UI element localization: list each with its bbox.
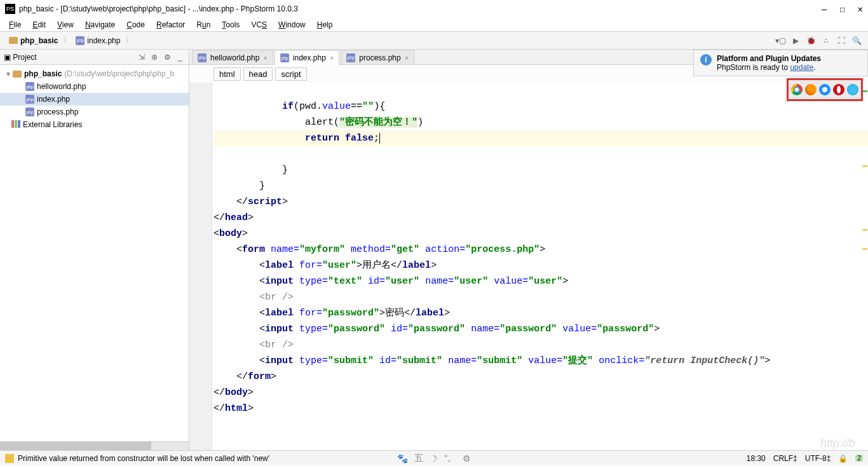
tab-label: process.php — [359, 53, 400, 62]
update-notification[interactable]: i Platform and Plugin Updates PhpStorm i… — [693, 50, 868, 76]
app-icon: PS — [5, 4, 15, 14]
debug-button[interactable]: 🐞 — [804, 34, 817, 47]
line-ending[interactable]: CRLF‡ — [773, 454, 797, 463]
php-file-icon: php — [25, 82, 34, 91]
autoscroll-icon[interactable]: ⊕ — [149, 52, 159, 62]
php-file-icon: php — [280, 53, 289, 62]
tab-index[interactable]: php index.php × — [275, 50, 339, 65]
safari-icon[interactable] — [819, 84, 831, 95]
tree-root[interactable]: ▼ php_basic (D:\study\web\project\php\ph… — [0, 67, 189, 80]
run-button[interactable]: ▶ — [789, 34, 802, 47]
encoding[interactable]: UTF-8‡ — [805, 454, 831, 463]
tree-file-index[interactable]: php index.php — [0, 93, 189, 106]
menu-navigate[interactable]: Navigate — [80, 19, 120, 31]
menu-view[interactable]: View — [52, 19, 79, 31]
tree-file-label: index.php — [37, 95, 70, 104]
folder-icon — [13, 71, 22, 78]
menu-code[interactable]: Code — [121, 19, 150, 31]
search-button[interactable]: 🔍 — [850, 34, 863, 47]
statusbar: Primitive value returned from constructo… — [0, 450, 868, 465]
bc-script[interactable]: script — [275, 67, 306, 81]
tree-file-process[interactable]: php process.php — [0, 106, 189, 118]
tree-external-libs[interactable]: External Libraries — [0, 118, 189, 131]
menu-help[interactable]: Help — [312, 19, 338, 31]
moon-icon[interactable]: ☽ — [430, 453, 438, 464]
menu-window[interactable]: Window — [273, 19, 311, 31]
sidebar-scrollbar[interactable] — [0, 441, 189, 450]
coverage-button[interactable]: ⛬ — [820, 34, 832, 47]
status-right: 18:30 CRLF‡ UTF-8‡ 🔒 2 — [747, 454, 863, 463]
tab-helloworld[interactable]: php helloworld.php × — [192, 50, 273, 64]
chevron-icon: 〉 — [63, 35, 71, 46]
menu-edit[interactable]: Edit — [27, 19, 51, 31]
crumb-file[interactable]: php index.php — [72, 35, 124, 46]
php-file-icon: php — [346, 53, 355, 62]
bc-head[interactable]: head — [243, 67, 273, 81]
run-config-button[interactable]: ▾▢ — [774, 34, 787, 47]
opera-icon[interactable] — [833, 84, 844, 95]
menu-vcs[interactable]: VCS — [246, 19, 272, 31]
tree-file-label: process.php — [37, 107, 78, 116]
line-col[interactable]: 18:30 — [747, 454, 766, 463]
crumb-root-label: php_basic — [20, 36, 58, 45]
tree-file-helloworld[interactable]: php helloworld.php — [0, 80, 189, 93]
library-icon — [11, 120, 20, 129]
update-link[interactable]: update — [790, 63, 813, 72]
ime-icon[interactable]: 五 — [414, 453, 423, 464]
php-file-icon: php — [25, 107, 34, 116]
firefox-icon[interactable] — [805, 84, 817, 95]
menu-refactor[interactable]: Refactor — [151, 19, 190, 31]
sidebar-header: ▣ Project ⇲ ⊕ ⚙ ⎯ — [0, 50, 189, 65]
nav-breadcrumb: php_basic 〉 php index.php 〉 ▾▢ ▶ 🐞 ⛬ ⛶ 🔍 — [0, 32, 868, 50]
close-icon[interactable]: × — [330, 54, 334, 62]
status-message: Primitive value returned from constructo… — [18, 454, 747, 463]
ie-icon[interactable] — [847, 84, 858, 95]
php-file-icon: php — [198, 53, 207, 62]
sidebar-title[interactable]: Project — [13, 53, 137, 62]
nav-tools: ▾▢ ▶ 🐞 ⛬ ⛶ 🔍 — [774, 34, 863, 47]
close-icon[interactable]: × — [405, 54, 409, 62]
code-area[interactable]: if(pwd.value==""){ alert("密码不能为空！") retu… — [189, 83, 868, 450]
php-file-icon: php — [76, 36, 85, 45]
marker-bar[interactable] — [862, 83, 868, 450]
menubar: File Edit View Navigate Code Refactor Ru… — [0, 18, 868, 32]
menu-file[interactable]: File — [4, 19, 26, 31]
minimize-button[interactable]: — — [822, 4, 827, 14]
menu-run[interactable]: Run — [191, 19, 215, 31]
project-sidebar: ▣ Project ⇲ ⊕ ⚙ ⎯ ▼ php_basic (D:\study\… — [0, 50, 189, 450]
editor-area: php helloworld.php × php index.php × php… — [189, 50, 868, 450]
event-badge[interactable]: 2 — [855, 455, 863, 462]
lock-icon[interactable]: 🔒 — [838, 454, 848, 463]
collapse-icon[interactable]: ⇲ — [137, 52, 147, 62]
project-tree: ▼ php_basic (D:\study\web\project\php\ph… — [0, 65, 189, 441]
stop-button[interactable]: ⛶ — [835, 34, 848, 47]
folder-icon — [9, 37, 18, 44]
hide-icon[interactable]: ⎯ — [175, 52, 185, 62]
close-icon[interactable]: × — [263, 54, 267, 62]
crumb-root[interactable]: php_basic — [5, 35, 62, 46]
titlebar: PS php_basic - [D:\study\web\project\php… — [0, 0, 868, 18]
gutter[interactable] — [189, 83, 212, 450]
gear-icon[interactable]: ⚙ — [463, 453, 471, 464]
window-controls: — ☐ ✕ — [822, 4, 863, 14]
bc-html[interactable]: html — [214, 67, 241, 81]
crumb-file-label: index.php — [87, 36, 120, 45]
tree-root-name: php_basic — [24, 69, 62, 78]
temp-icon[interactable]: °。 — [444, 453, 457, 464]
warning-icon[interactable] — [5, 454, 14, 463]
close-button[interactable]: ✕ — [858, 4, 863, 14]
tab-process[interactable]: php process.php × — [341, 50, 414, 64]
window-title: php_basic - [D:\study\web\project\php\ph… — [19, 4, 822, 13]
expand-icon[interactable]: ▼ — [5, 71, 13, 78]
paw-icon[interactable]: 🐾 — [397, 453, 408, 464]
chrome-icon[interactable] — [791, 84, 803, 95]
code[interactable]: if(pwd.value==""){ alert("密码不能为空！") retu… — [212, 83, 868, 450]
notification-title: Platform and Plugin Updates — [717, 54, 821, 63]
main: ▣ Project ⇲ ⊕ ⚙ ⎯ ▼ php_basic (D:\study\… — [0, 50, 868, 450]
menu-tools[interactable]: Tools — [217, 19, 245, 31]
maximize-button[interactable]: ☐ — [839, 4, 844, 14]
browser-preview-box — [787, 78, 863, 101]
notification-body: PhpStorm is ready to update. — [717, 63, 821, 72]
chevron-icon: 〉 — [125, 35, 133, 46]
settings-icon[interactable]: ⚙ — [162, 52, 172, 62]
